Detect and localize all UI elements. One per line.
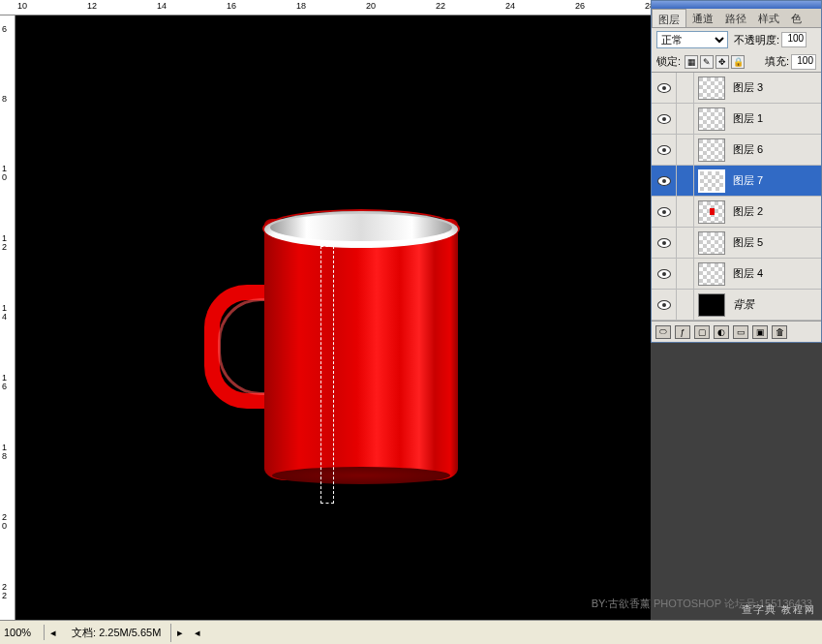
tab-paths[interactable]: 路径 [719,9,752,27]
layer-row[interactable]: 图层 5 [652,228,821,259]
link-column[interactable] [677,104,694,134]
layer-row[interactable]: 图层 1 [652,104,821,135]
opacity-value[interactable]: 100 [781,32,807,47]
lock-move-icon[interactable]: ✥ [715,55,729,69]
layers-panel: 图层 通道 路径 样式 色 正常 不透明度: 100 锁定: ▦ ✎ ✥ 🔒 填… [651,0,822,343]
link-column[interactable] [677,228,694,258]
eye-icon [657,176,671,186]
layer-thumbnail[interactable] [698,262,725,286]
link-column[interactable] [677,135,694,165]
link-layers-icon[interactable]: ⬭ [655,325,671,339]
eye-icon [657,114,671,124]
new-group-icon[interactable]: ▭ [733,325,748,339]
delete-layer-icon[interactable]: 🗑 [772,325,787,339]
visibility-toggle[interactable] [652,290,677,320]
eye-icon [657,207,671,217]
lock-label: 锁定: [656,54,681,69]
visibility-toggle[interactable] [652,135,677,165]
layer-name[interactable]: 图层 7 [733,173,763,188]
ruler-left-number: 22 [2,583,7,600]
layer-thumbnail[interactable] [698,169,725,193]
visibility-toggle[interactable] [652,73,677,103]
status-play-icon[interactable]: ▸ [173,626,187,639]
ruler-top-number: 20 [366,1,376,11]
ruler-left-number: 16 [2,374,7,391]
lock-all-icon[interactable]: 🔒 [731,55,745,69]
visibility-toggle[interactable] [652,166,677,196]
document-info[interactable]: 文档: 2.25M/5.65M [62,624,171,642]
watermark-sub: 教程网 [781,604,816,615]
watermark: 查字典 教程网 [742,600,816,617]
link-column[interactable] [677,290,694,320]
new-layer-icon[interactable]: ▣ [752,325,768,339]
ruler-left-number: 14 [2,304,7,322]
link-column[interactable] [677,259,694,289]
layer-name[interactable]: 图层 2 [733,204,763,219]
mug-body [264,219,458,480]
visibility-toggle[interactable] [652,228,677,258]
zoom-level[interactable]: 100% [0,625,45,640]
layer-thumbnail[interactable] [698,231,725,255]
layer-name[interactable]: 图层 4 [733,266,763,281]
ruler-top-number: 14 [157,1,167,11]
layer-name[interactable]: 图层 5 [733,235,763,250]
ruler-left-number: 20 [2,513,7,531]
lock-fill-row: 锁定: ▦ ✎ ✥ 🔒 填充: 100 [652,51,821,73]
fill-label: 填充: [765,54,789,69]
status-scroll-left2-icon[interactable]: ◂ [191,626,204,639]
panel-titlebar[interactable] [652,1,821,9]
layer-name[interactable]: 图层 1 [733,111,763,126]
ruler-top-number: 22 [436,1,445,11]
lock-transparent-icon[interactable]: ▦ [685,55,698,69]
layer-thumbnail[interactable] [698,138,725,162]
layer-row[interactable]: 图层 3 [652,73,821,104]
layer-row[interactable]: 图层 2 [652,197,821,228]
link-column[interactable] [677,197,694,227]
layer-thumbnail[interactable] [698,293,725,317]
blend-mode-select[interactable]: 正常 [656,31,728,48]
ruler-horizontal: 10121416182022242628 [0,0,651,15]
adjustment-layer-icon[interactable]: ◐ [714,325,729,339]
eye-icon [657,83,671,93]
panel-footer: ⬭ ƒ ▢ ◐ ▭ ▣ 🗑 [652,321,821,342]
status-bar: 100% ◂ 文档: 2.25M/5.65M ▸ ◂ [0,620,822,644]
layer-name[interactable]: 图层 3 [733,80,763,95]
eye-icon [657,238,671,248]
layer-style-icon[interactable]: ƒ [675,325,690,339]
tab-colors[interactable]: 色 [785,9,807,27]
eye-icon [657,269,671,279]
layer-thumbnail[interactable] [698,107,725,131]
blend-opacity-row: 正常 不透明度: 100 [652,28,821,51]
layer-row[interactable]: 图层 6 [652,135,821,166]
link-column[interactable] [677,166,694,196]
layer-list: 图层 3图层 1图层 6图层 7图层 2图层 5图层 4背景 [652,73,821,321]
layer-thumbnail[interactable] [698,77,725,100]
ruler-top-number: 24 [505,1,515,11]
panel-tabs: 图层 通道 路径 样式 色 [652,9,821,28]
tab-channels[interactable]: 通道 [686,9,719,27]
status-scroll-left-icon[interactable]: ◂ [46,626,60,639]
visibility-toggle[interactable] [652,104,677,134]
ruler-vertical: 6810121416182022 [0,15,15,620]
layer-row[interactable]: 图层 7 [652,166,821,197]
tab-layers[interactable]: 图层 [652,9,686,27]
layer-mask-icon[interactable]: ▢ [694,325,710,339]
layer-name[interactable]: 图层 6 [733,142,763,157]
opacity-label: 不透明度: [734,33,779,47]
eye-icon [657,145,671,155]
layer-name[interactable]: 背景 [733,297,754,312]
ruler-top-number: 12 [87,1,97,11]
marquee-selection[interactable] [320,246,334,504]
layer-thumbnail[interactable] [698,200,725,224]
tab-styles[interactable]: 样式 [752,9,785,27]
link-column[interactable] [677,73,694,103]
visibility-toggle[interactable] [652,259,677,289]
ruler-left-number: 12 [2,234,7,252]
lock-brush-icon[interactable]: ✎ [700,55,714,69]
fill-value[interactable]: 100 [791,54,816,70]
visibility-toggle[interactable] [652,197,677,227]
canvas[interactable] [15,15,651,620]
layer-row[interactable]: 图层 4 [652,259,821,290]
layer-row[interactable]: 背景 [652,290,821,321]
ruler-top-number: 18 [296,1,306,11]
